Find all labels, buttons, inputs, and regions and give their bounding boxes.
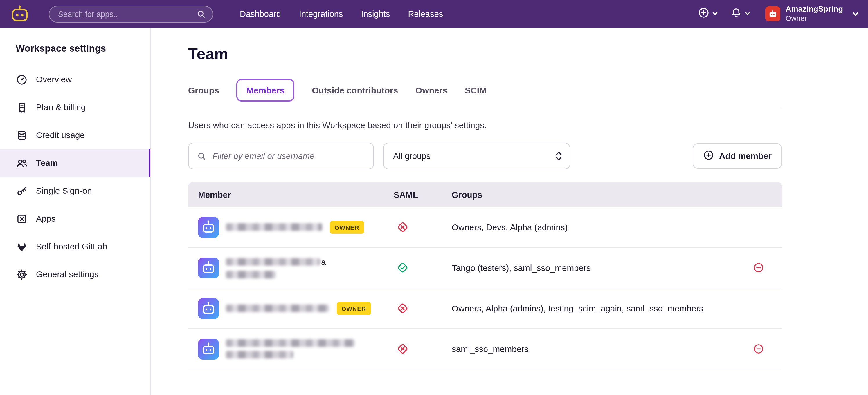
saml-denied-icon — [397, 221, 409, 233]
sidebar-item-overview[interactable]: Overview — [0, 66, 150, 93]
app-window: Dashboard Integrations Insights Releases — [0, 0, 868, 395]
member-groups: Owners, Devs, Alpha (admins) — [452, 223, 753, 232]
team-tabs: Groups Members Outside contributors Owne… — [188, 77, 782, 107]
remove-member-button[interactable] — [753, 343, 764, 354]
member-cell — [188, 338, 394, 359]
saml-status-cell — [394, 343, 452, 355]
gauge-icon — [16, 73, 28, 86]
saml-denied-icon — [397, 302, 409, 315]
main-panel: Team Groups Members Outside contributors… — [152, 28, 868, 395]
gitlab-icon — [16, 240, 28, 253]
apps-icon — [16, 212, 28, 225]
account-role: Owner — [785, 14, 843, 23]
remove-member-button[interactable] — [753, 262, 764, 273]
account-menu[interactable]: AmazingSpring Owner — [765, 5, 859, 23]
member-filter-input[interactable] — [207, 152, 373, 161]
member-groups: Tango (testers), saml_sso_members — [452, 263, 753, 272]
nav-insights[interactable]: Insights — [361, 9, 390, 19]
member-avatar — [198, 298, 219, 319]
redacted-member-name — [226, 339, 355, 358]
column-saml: SAML — [394, 190, 452, 199]
sidebar-item-credit-usage[interactable]: Credit usage — [0, 121, 150, 149]
member-avatar — [198, 257, 219, 278]
redacted-member-name — [226, 304, 329, 312]
row-actions — [753, 262, 782, 273]
remove-member-icon — [753, 262, 764, 273]
nav-integrations[interactable]: Integrations — [299, 9, 343, 19]
tab-members[interactable]: Members — [237, 79, 294, 101]
sidebar-item-label: Self-hosted GitLab — [36, 242, 107, 251]
sidebar-item-label: Team — [36, 158, 58, 168]
sidebar-item-label: Credit usage — [36, 131, 85, 140]
sidebar-item-self-hosted-gitlab[interactable]: Self-hosted GitLab — [0, 233, 150, 260]
tab-outside-contributors[interactable]: Outside contributors — [312, 85, 398, 95]
owner-badge: OWNER — [337, 302, 371, 315]
nav-releases[interactable]: Releases — [408, 9, 443, 19]
chevron-down-icon — [744, 9, 751, 19]
name-suffix: a — [321, 257, 326, 266]
remove-member-icon — [753, 343, 764, 354]
workspace-settings-sidebar: Workspace settings Overview Plan & billi… — [0, 28, 151, 395]
create-new-menu[interactable] — [698, 7, 718, 21]
table-row: OWNER Owners, Alpha (admins), testing_sc… — [188, 288, 782, 329]
tab-scim[interactable]: SCIM — [465, 85, 487, 95]
people-icon — [16, 157, 28, 169]
table-row: OWNER Owners, Devs, Alpha (admins) — [188, 207, 782, 248]
sidebar-item-team[interactable]: Team — [0, 149, 150, 177]
top-header: Dashboard Integrations Insights Releases — [0, 0, 868, 28]
tab-owners[interactable]: Owners — [415, 85, 447, 95]
saml-status-cell — [394, 221, 452, 233]
table-row: saml_sso_members — [188, 329, 782, 369]
header-right-cluster: AmazingSpring Owner — [698, 5, 859, 23]
header-nav: Dashboard Integrations Insights Releases — [240, 9, 443, 19]
members-description: Users who can access apps in this Worksp… — [188, 121, 782, 130]
bell-icon — [731, 7, 742, 21]
receipt-icon — [16, 101, 28, 113]
table-header: Member SAML Groups — [188, 182, 782, 207]
members-table: Member SAML Groups OWNER — [188, 182, 782, 369]
notifications-menu[interactable] — [731, 7, 751, 21]
saml-status-cell — [394, 262, 452, 274]
sidebar-title: Workspace settings — [16, 43, 150, 54]
page-title: Team — [188, 45, 782, 63]
members-controls: All groups Add member — [188, 143, 782, 170]
add-member-label: Add member — [719, 152, 772, 161]
chevron-down-icon — [712, 9, 718, 19]
sidebar-item-plan-billing[interactable]: Plan & billing — [0, 93, 150, 121]
chevron-up-down-icon — [555, 150, 563, 162]
member-cell: a — [188, 257, 394, 278]
tab-groups[interactable]: Groups — [188, 85, 219, 95]
search-icon[interactable] — [196, 9, 206, 19]
groups-filter-select[interactable]: All groups — [383, 143, 570, 169]
plus-circle-icon — [698, 7, 710, 21]
app-search-box — [49, 5, 213, 22]
member-filter-box — [188, 143, 374, 169]
owner-badge: OWNER — [330, 221, 364, 233]
app-search-input[interactable] — [49, 9, 196, 18]
key-icon — [16, 185, 28, 197]
account-name: AmazingSpring — [785, 5, 843, 14]
account-info: AmazingSpring Owner — [785, 5, 843, 23]
table-row: a Tango (testers), saml_sso_members — [188, 248, 782, 288]
sidebar-item-label: Plan & billing — [36, 103, 86, 112]
sidebar-item-general-settings[interactable]: General settings — [0, 260, 150, 288]
groups-filter-value: All groups — [393, 152, 431, 161]
redacted-member-name — [226, 223, 322, 231]
sidebar-item-label: Apps — [36, 214, 56, 223]
sidebar-item-apps[interactable]: Apps — [0, 205, 150, 233]
sidebar-item-label: Overview — [36, 75, 72, 84]
chevron-down-icon — [852, 10, 859, 18]
member-cell: OWNER — [188, 217, 394, 237]
add-member-button[interactable]: Add member — [692, 143, 782, 169]
column-groups: Groups — [452, 190, 753, 199]
member-groups: Owners, Alpha (admins), testing_scim_aga… — [452, 304, 753, 313]
saml-status-cell — [394, 302, 452, 315]
coins-icon — [16, 129, 28, 141]
nav-dashboard[interactable]: Dashboard — [240, 9, 281, 19]
plus-circle-icon — [703, 150, 714, 162]
row-actions — [753, 343, 782, 354]
gear-icon — [16, 268, 28, 281]
sidebar-item-single-sign-on[interactable]: Single Sign-on — [0, 177, 150, 205]
account-avatar — [765, 6, 780, 22]
tines-logo-icon[interactable] — [9, 4, 31, 24]
